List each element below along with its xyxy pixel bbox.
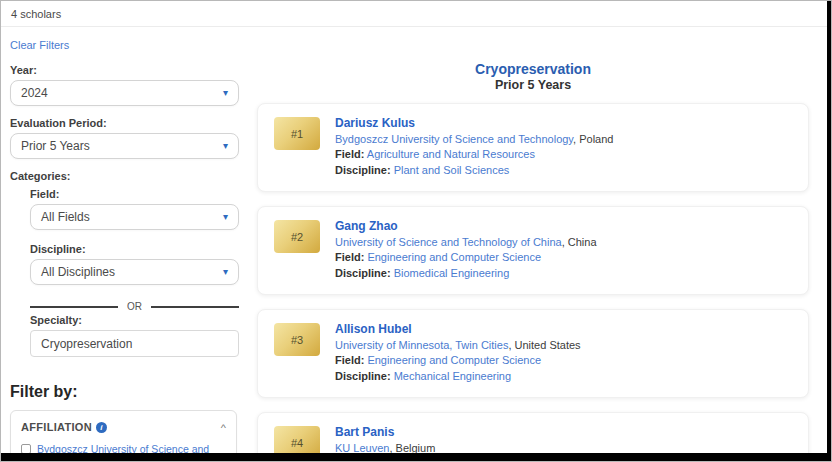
discipline-link[interactable]: Mechanical Engineering: [394, 370, 511, 382]
field-label: Field:: [335, 251, 364, 263]
scholar-details: Dariusz Kulus Bydgoszcz University of Sc…: [335, 116, 613, 178]
discipline-line: Discipline: Mechanical Engineering: [335, 369, 581, 385]
filters-sidebar: Clear Filters Year: 2024 ▾ Evaluation Pe…: [1, 27, 249, 462]
discipline-line: Discipline: Plant and Soil Sciences: [335, 163, 613, 179]
results-count-bar: 4 scholars: [1, 1, 831, 27]
results-title-block: Cryopreservation Prior 5 Years: [257, 61, 809, 92]
affiliation-link[interactable]: University of Science and Technology of …: [335, 236, 562, 248]
results-panel: Cryopreservation Prior 5 Years #1 Darius…: [249, 27, 831, 462]
categories-label: Categories:: [10, 170, 249, 182]
year-label: Year:: [10, 64, 249, 76]
field-link[interactable]: Engineering and Computer Science: [367, 354, 541, 366]
scholar-details: Gang Zhao University of Science and Tech…: [335, 219, 597, 281]
or-divider: OR: [30, 301, 239, 312]
affiliation-title: AFFILIATION: [21, 421, 92, 433]
scholar-card: #3 Allison Hubel University of Minnesota…: [257, 309, 809, 398]
country-text: , Poland: [573, 133, 613, 145]
affiliation-header: AFFILIATION i ^: [21, 421, 226, 433]
scholar-card: #2 Gang Zhao University of Science and T…: [257, 206, 809, 295]
evaluation-period-value: Prior 5 Years: [21, 139, 90, 153]
field-select[interactable]: All Fields ▾: [30, 204, 239, 230]
discipline-label: Discipline:: [335, 267, 391, 279]
specialty-input[interactable]: [30, 330, 239, 357]
affiliation-link[interactable]: Bydgoszcz University of Science and Tech…: [335, 133, 573, 145]
field-label: Field:: [335, 148, 364, 160]
rank-badge: #1: [274, 117, 320, 150]
evaluation-period-select[interactable]: Prior 5 Years ▾: [10, 133, 239, 159]
or-label: OR: [127, 301, 142, 312]
field-line: Field: Engineering and Computer Science: [335, 353, 581, 369]
affiliation-link[interactable]: KU Leuven: [335, 442, 389, 454]
chevron-down-icon: ▾: [223, 88, 228, 98]
scholar-name-link[interactable]: Bart Panis: [335, 425, 394, 441]
field-label: Field:: [30, 188, 249, 200]
discipline-label: Discipline:: [335, 164, 391, 176]
chevron-down-icon: ▾: [223, 267, 228, 277]
bottom-border: [1, 453, 831, 461]
field-label: Field:: [335, 354, 364, 366]
specialty-label: Specialty:: [30, 314, 249, 326]
divider-line: [30, 306, 118, 308]
field-line: Field: Agriculture and Natural Resources: [335, 147, 613, 163]
scholar-name-link[interactable]: Gang Zhao: [335, 219, 398, 235]
scholar-details: Allison Hubel University of Minnesota, T…: [335, 322, 581, 384]
rank-badge: #3: [274, 323, 320, 356]
discipline-select[interactable]: All Disciplines ▾: [30, 259, 239, 285]
right-border: [827, 1, 831, 461]
results-title: Cryopreservation: [257, 61, 809, 77]
field-line: Field: Engineering and Computer Science: [335, 250, 597, 266]
scholar-card: #1 Dariusz Kulus Bydgoszcz University of…: [257, 103, 809, 192]
affiliation-line: University of Science and Technology of …: [335, 235, 597, 251]
divider-line: [151, 306, 239, 308]
scholar-list: #1 Dariusz Kulus Bydgoszcz University of…: [257, 103, 809, 462]
country-text: , United States: [508, 339, 580, 351]
affiliation-link[interactable]: University of Minnesota, Twin Cities: [335, 339, 508, 351]
filter-by-heading: Filter by:: [10, 383, 249, 401]
affiliation-line: University of Minnesota, Twin Cities, Un…: [335, 338, 581, 354]
discipline-label: Discipline:: [335, 370, 391, 382]
chevron-down-icon: ▾: [223, 212, 228, 222]
discipline-line: Discipline: Biomedical Engineering: [335, 266, 597, 282]
affiliation-line: Bydgoszcz University of Science and Tech…: [335, 132, 613, 148]
field-link[interactable]: Agriculture and Natural Resources: [367, 148, 535, 160]
field-link[interactable]: Engineering and Computer Science: [367, 251, 541, 263]
scholar-name-link[interactable]: Allison Hubel: [335, 322, 412, 338]
country-text: , China: [562, 236, 597, 248]
chevron-up-icon[interactable]: ^: [221, 422, 226, 433]
field-value: All Fields: [41, 210, 90, 224]
discipline-value: All Disciplines: [41, 265, 115, 279]
year-select[interactable]: 2024 ▾: [10, 80, 239, 106]
scholar-count: 4 scholars: [11, 8, 61, 20]
info-icon[interactable]: i: [96, 422, 107, 433]
rank-badge: #2: [274, 220, 320, 253]
discipline-label: Discipline:: [30, 243, 249, 255]
discipline-link[interactable]: Biomedical Engineering: [394, 267, 510, 279]
scholar-search-page: 4 scholars Clear Filters Year: 2024 ▾ Ev…: [0, 0, 832, 462]
discipline-link[interactable]: Plant and Soil Sciences: [394, 164, 510, 176]
year-value: 2024: [21, 86, 48, 100]
chevron-down-icon: ▾: [223, 141, 228, 151]
scholar-name-link[interactable]: Dariusz Kulus: [335, 116, 415, 132]
country-text: , Belgium: [389, 442, 435, 454]
results-subtitle: Prior 5 Years: [257, 78, 809, 92]
evaluation-period-label: Evaluation Period:: [10, 117, 249, 129]
clear-filters-link[interactable]: Clear Filters: [10, 39, 69, 51]
